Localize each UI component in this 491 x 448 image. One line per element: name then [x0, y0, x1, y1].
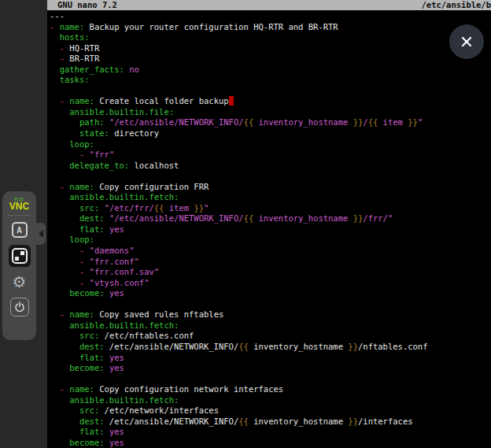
editor-line: tasks:	[50, 75, 90, 84]
chevron-left-icon	[39, 230, 43, 238]
editor-line: dest: /etc/ansible/NETWORK_INFO/{{ inven…	[50, 417, 413, 426]
editor-line: src: /etc/network/interfaces	[50, 405, 219, 415]
editor-line: dest: "/etc/ansible/NETWORK_INFO/{{ inve…	[50, 213, 393, 223]
editor-line: - name: Backup your router configuration…	[50, 22, 338, 31]
editor-line: - "frr.conf"	[50, 257, 139, 266]
editor-line: become: yes	[50, 438, 124, 447]
nano-filename: /etc/ansible/b	[421, 0, 491, 10]
editor-line: path: "/etc/ansible/NETWORK_INFO/{{ inve…	[50, 117, 423, 127]
fullscreen-icon	[12, 248, 28, 264]
editor-line: - HQ-RTR	[50, 43, 99, 53]
editor-line: - BR-RTR	[50, 54, 99, 63]
editor-line: become: yes	[50, 363, 124, 372]
keyboard-button[interactable]: A	[12, 222, 28, 238]
editor-line: src: /etc/nftables.conf	[50, 331, 194, 340]
editor-line: flat: yes	[50, 427, 124, 436]
editor-line: - "vtysh.conf"	[50, 278, 149, 287]
vnc-control-panel: no VNC A ⚙	[2, 191, 36, 340]
close-button[interactable]	[449, 24, 484, 59]
editor-line: - name: Copy saved rules nftables	[50, 309, 223, 319]
power-icon	[10, 298, 29, 317]
editor-line: - name: Copy configuration FRR	[50, 182, 209, 191]
editor-line: ansible.builtin.fetch:	[50, 320, 179, 330]
editor-text[interactable]: --- - name: Backup your router configura…	[50, 11, 428, 448]
gear-icon: ⚙	[13, 274, 27, 290]
panel-divider	[8, 215, 31, 216]
editor-line: hosts:	[50, 32, 90, 42]
terminal-window: GNU nano 7.2 /etc/ansible/b --- - name: …	[47, 0, 491, 448]
editor-line: ansible.builtin.fetch:	[50, 192, 179, 202]
editor-line: flat: yes	[50, 353, 124, 362]
settings-button[interactable]: ⚙	[13, 272, 27, 291]
editor-line: state: directory	[50, 128, 159, 138]
novnc-logo-bottom: VNC	[9, 203, 29, 210]
power-button[interactable]	[10, 298, 29, 317]
sidebar-collapse-handle[interactable]	[36, 223, 46, 245]
editor-line: loop:	[50, 139, 94, 149]
editor-line: - "frr.conf.sav"	[50, 267, 159, 276]
nano-version: GNU nano 7.2	[57, 0, 117, 10]
novnc-logo: no VNC	[9, 196, 29, 210]
editor-line: - name: Copy configuration network inter…	[50, 384, 283, 394]
editor-line: ansible.builtin.file:	[50, 107, 174, 117]
vnc-sidebar: no VNC A ⚙	[0, 0, 47, 448]
close-icon	[460, 35, 474, 49]
editor-line: gather_facts: no	[50, 65, 139, 74]
editor-line: become: yes	[50, 288, 124, 298]
editor-line: - name: Create local folder backup	[50, 96, 234, 106]
editor-line: loop:	[50, 235, 94, 244]
editor-line: src: "/etc/frr/{{ item }}"	[50, 203, 209, 213]
editor-line: dest: /etc/ansible/NETWORK_INFO/{{ inven…	[50, 342, 428, 351]
nano-titlebar: GNU nano 7.2 /etc/ansible/b	[47, 0, 491, 10]
cursor	[229, 96, 234, 106]
editor-line: - "daemons"	[50, 246, 135, 255]
fullscreen-button[interactable]	[9, 245, 31, 267]
editor-line: delegate_to: localhost	[50, 161, 179, 170]
editor-line: ansible.builtin.fetch:	[50, 395, 179, 405]
editor-line: flat: yes	[50, 224, 124, 234]
editor-line: - "frr"	[50, 150, 114, 159]
keyboard-a-icon: A	[12, 222, 28, 238]
editor-line: ---	[50, 11, 65, 20]
